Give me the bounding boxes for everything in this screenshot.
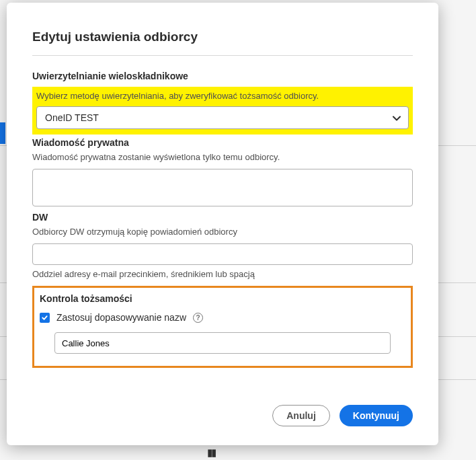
identity-section-label: Kontrola tożsamości xyxy=(40,293,405,304)
name-matching-input[interactable] xyxy=(54,332,391,354)
title-divider xyxy=(32,55,413,56)
name-input-wrap xyxy=(40,332,405,354)
modal-footer-buttons: Anuluj Kontynuuj xyxy=(32,405,413,426)
cc-section-label: DW xyxy=(32,212,413,223)
cc-below-hint: Oddziel adresy e-mail przecinkiem, średn… xyxy=(32,269,413,279)
continue-button[interactable]: Kontynuuj xyxy=(340,405,413,426)
auth-method-selected-value: OneID TEST xyxy=(45,112,99,123)
cc-hint: Odbiorcy DW otrzymują kopię powiadomień … xyxy=(32,227,413,237)
mfa-section-label: Uwierzytelnianie wieloskładnikowe xyxy=(32,71,413,81)
cc-input[interactable] xyxy=(32,243,413,265)
mfa-select-wrap: OneID TEST xyxy=(36,106,409,129)
name-matching-checkbox-row: Zastosuj dopasowywanie nazw ? xyxy=(40,312,405,323)
private-msg-hint: Wiadomość prywatna zostanie wyświetlona … xyxy=(32,152,413,162)
identity-control-highlight-region: Kontrola tożsamości Zastosuj dopasowywan… xyxy=(32,286,413,368)
cancel-button[interactable]: Anuluj xyxy=(272,405,330,426)
bg-active-tab-indicator xyxy=(0,122,5,144)
private-msg-section-label: Wiadomość prywatna xyxy=(32,137,413,148)
edit-recipient-settings-modal: Edytuj ustawienia odbiorcy Uwierzytelnia… xyxy=(7,3,438,445)
modal-title: Edytuj ustawienia odbiorcy xyxy=(32,30,413,44)
mfa-hint: Wybierz metodę uwierzytelniania, aby zwe… xyxy=(36,91,409,101)
help-icon[interactable]: ? xyxy=(193,313,203,323)
auth-method-select[interactable]: OneID TEST xyxy=(36,106,409,129)
mfa-highlight-region: Wybierz metodę uwierzytelniania, aby zwe… xyxy=(32,87,413,135)
name-matching-checkbox[interactable] xyxy=(40,313,50,323)
private-message-textarea[interactable] xyxy=(32,169,413,206)
bg-decorative-figure: ▮▮ xyxy=(207,447,215,459)
name-matching-label: Zastosuj dopasowywanie nazw xyxy=(56,312,186,323)
checkmark-icon xyxy=(41,314,48,321)
